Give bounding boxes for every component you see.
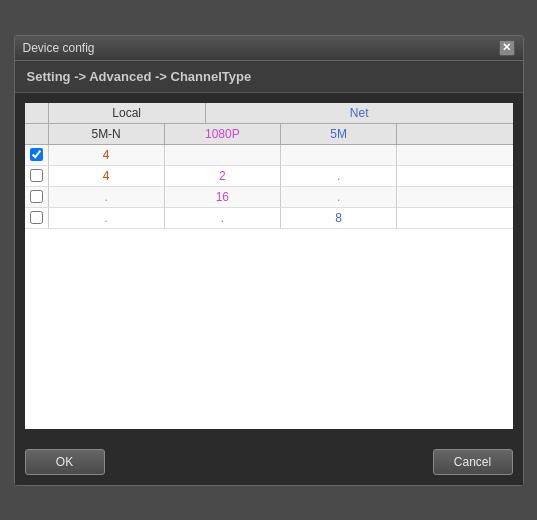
empty-area	[25, 229, 513, 429]
row-1-col4	[397, 145, 512, 165]
row-2-checkbox[interactable]	[30, 169, 43, 182]
close-button[interactable]: ✕	[499, 40, 515, 56]
net-group-header: Net	[206, 103, 513, 123]
table-row: . 16 .	[25, 187, 513, 208]
row-4-checkbox-cell	[25, 208, 49, 228]
table-row: . . 8	[25, 208, 513, 229]
row-1-col1: 4	[49, 145, 165, 165]
row-2-checkbox-cell	[25, 166, 49, 186]
col-5mn-header: 5M-N	[49, 124, 165, 144]
row-4-col4	[397, 208, 512, 228]
row-1-checkbox-cell	[25, 145, 49, 165]
row-3-col1: .	[49, 187, 165, 207]
title-bar: Device config ✕	[15, 36, 523, 61]
content-area: Local Net 5M-N 1080P 5M 4	[25, 103, 513, 429]
row-4-col2: .	[165, 208, 281, 228]
row-3-col3: .	[281, 187, 397, 207]
table-row: 4	[25, 145, 513, 166]
row-1-col2	[165, 145, 281, 165]
row-4-checkbox[interactable]	[30, 211, 43, 224]
column-headers-row: 5M-N 1080P 5M	[25, 124, 513, 145]
row-1-checkbox[interactable]	[30, 148, 43, 161]
checkbox-spacer	[25, 103, 49, 123]
cancel-button[interactable]: Cancel	[433, 449, 513, 475]
checkbox-col-header	[25, 124, 49, 144]
row-1-col3	[281, 145, 397, 165]
row-3-col4	[397, 187, 512, 207]
table-body: 4 4 2 .	[25, 145, 513, 429]
footer: OK Cancel	[15, 439, 523, 485]
device-config-window: Device config ✕ Setting -> Advanced -> C…	[14, 35, 524, 486]
group-headers-row: Local Net	[25, 103, 513, 124]
row-4-col1: .	[49, 208, 165, 228]
row-4-col3: 8	[281, 208, 397, 228]
row-2-col3: .	[281, 166, 397, 186]
main-table: Local Net 5M-N 1080P 5M 4	[25, 103, 513, 429]
row-3-checkbox[interactable]	[30, 190, 43, 203]
row-3-checkbox-cell	[25, 187, 49, 207]
row-2-col4	[397, 166, 512, 186]
table-row: 4 2 .	[25, 166, 513, 187]
local-group-header: Local	[49, 103, 206, 123]
row-3-col2: 16	[165, 187, 281, 207]
row-2-col2: 2	[165, 166, 281, 186]
row-2-col1: 4	[49, 166, 165, 186]
col-1080p-header: 1080P	[165, 124, 281, 144]
window-title: Device config	[23, 41, 95, 55]
ok-button[interactable]: OK	[25, 449, 105, 475]
breadcrumb: Setting -> Advanced -> ChannelType	[15, 61, 523, 93]
col-extra-header	[397, 124, 512, 144]
col-5m-header: 5M	[281, 124, 397, 144]
